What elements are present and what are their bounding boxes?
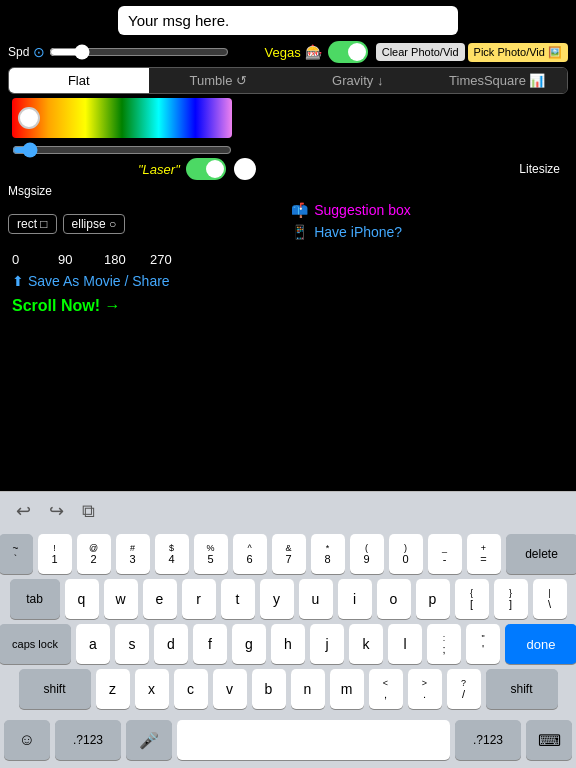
key-3[interactable]: #3 [116,534,150,574]
keyboard-rows: ~` !1 @2 #3 $4 %5 ^6 &7 *8 (9 )0 _- += d… [0,530,576,716]
key-0[interactable]: )0 [389,534,423,574]
undo-button[interactable]: ↩ [12,498,35,524]
key-semicolon[interactable]: :; [427,624,461,664]
copy-button[interactable]: ⧉ [78,499,99,524]
scroll-now-label[interactable]: Scroll Now! → [12,297,120,314]
key-numeric-right[interactable]: .?123 [455,720,521,760]
key-7[interactable]: &7 [272,534,306,574]
pick-photo-button[interactable]: Pick Photo/Vid 🖼️ [468,43,568,62]
key-t[interactable]: t [221,579,255,619]
suggestion-box-link[interactable]: 📫 Suggestion box [291,202,411,218]
tab-tumble[interactable]: Tumble ↺ [149,68,289,93]
key-1[interactable]: !1 [38,534,72,574]
key-k[interactable]: k [349,624,383,664]
iphone-icon: 📱 [291,224,308,240]
msgsize-row: Msgsize [8,184,568,198]
key-i[interactable]: i [338,579,372,619]
kb-row-4: shift z x c v b n m <, >. ?/ shift [4,669,572,709]
key-v[interactable]: v [213,669,247,709]
key-w[interactable]: w [104,579,138,619]
color-slider[interactable] [12,142,232,158]
key-lbrace[interactable]: {[ [455,579,489,619]
save-link[interactable]: Save As Movie / Share [28,273,170,289]
key-equal[interactable]: += [467,534,501,574]
key-a[interactable]: a [76,624,110,664]
key-c[interactable]: c [174,669,208,709]
key-s[interactable]: s [115,624,149,664]
tab-timessquare[interactable]: TimesSquare 📊 [428,68,568,93]
key-b[interactable]: b [252,669,286,709]
laser-toggle[interactable] [186,158,226,180]
key-r[interactable]: r [182,579,216,619]
key-minus[interactable]: _- [428,534,462,574]
angle-180[interactable]: 180 [104,252,134,267]
key-rbrace[interactable]: }] [494,579,528,619]
key-o[interactable]: o [377,579,411,619]
key-g[interactable]: g [232,624,266,664]
ellipse-button[interactable]: ellipse ○ [63,214,126,234]
key-p[interactable]: p [416,579,450,619]
suggestion-icon: 📫 [291,202,308,218]
color-thumb [18,107,40,129]
key-tab[interactable]: tab [10,579,60,619]
key-z[interactable]: z [96,669,130,709]
speed-label: Spd [8,45,29,59]
color-gradient-bar[interactable] [12,98,232,138]
key-u[interactable]: u [299,579,333,619]
speed-row: Spd ⊙ Vegas 🎰 Clear Photo/Vid Pick Photo… [8,41,568,63]
vegas-toggle[interactable] [328,41,368,63]
key-quote[interactable]: "' [466,624,500,664]
color-slider-row [8,142,568,158]
key-e[interactable]: e [143,579,177,619]
message-row [8,6,568,35]
angle-270[interactable]: 270 [150,252,180,267]
key-space[interactable] [177,720,450,760]
key-emoji[interactable]: ☺ [4,720,50,760]
angle-0[interactable]: 0 [12,252,42,267]
key-capslock[interactable]: caps lock [0,624,71,664]
speed-slider[interactable] [49,44,229,60]
have-iphone-link[interactable]: 📱 Have iPhone? [291,224,411,240]
key-period[interactable]: >. [408,669,442,709]
key-m[interactable]: m [330,669,364,709]
key-j[interactable]: j [310,624,344,664]
key-f[interactable]: f [193,624,227,664]
laser-row: "Laser" Litesize [8,158,568,180]
key-9[interactable]: (9 [350,534,384,574]
key-5[interactable]: %5 [194,534,228,574]
key-y[interactable]: y [260,579,294,619]
speed-icon: ⊙ [33,44,45,60]
clear-photo-button[interactable]: Clear Photo/Vid [376,43,465,61]
have-iphone-label: Have iPhone? [314,224,402,240]
shape-row: rect □ ellipse ○ 📫 Suggestion box 📱 Have… [8,202,568,246]
key-delete[interactable]: delete [506,534,577,574]
key-d[interactable]: d [154,624,188,664]
tab-flat[interactable]: Flat [9,68,149,93]
rect-button[interactable]: rect □ [8,214,57,234]
key-q[interactable]: q [65,579,99,619]
key-slash[interactable]: ?/ [447,669,481,709]
key-backslash[interactable]: |\ [533,579,567,619]
key-mic[interactable]: 🎤 [126,720,172,760]
key-h[interactable]: h [271,624,305,664]
key-x[interactable]: x [135,669,169,709]
angle-row: 0 90 180 270 [12,252,568,267]
key-l[interactable]: l [388,624,422,664]
key-8[interactable]: *8 [311,534,345,574]
redo-button[interactable]: ↪ [45,498,68,524]
key-4[interactable]: $4 [155,534,189,574]
key-keyboard[interactable]: ⌨ [526,720,572,760]
message-input[interactable] [118,6,458,35]
kb-row-2: tab q w e r t y u i o p {[ }] |\ [4,579,572,619]
key-numeric-left[interactable]: .?123 [55,720,121,760]
key-done[interactable]: done [505,624,576,664]
angle-90[interactable]: 90 [58,252,88,267]
key-6[interactable]: ^6 [233,534,267,574]
key-tilde[interactable]: ~` [0,534,33,574]
tab-gravity[interactable]: Gravity ↓ [288,68,428,93]
key-shift-right[interactable]: shift [486,669,558,709]
key-comma[interactable]: <, [369,669,403,709]
key-2[interactable]: @2 [77,534,111,574]
key-n[interactable]: n [291,669,325,709]
key-shift-left[interactable]: shift [19,669,91,709]
